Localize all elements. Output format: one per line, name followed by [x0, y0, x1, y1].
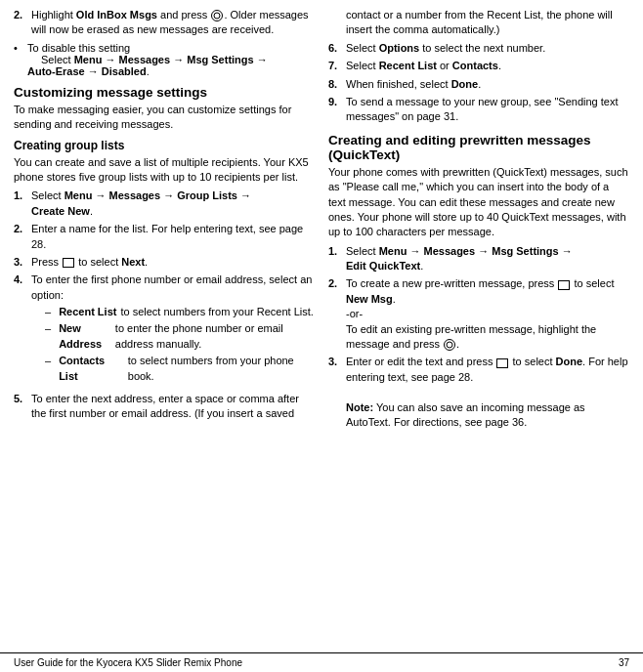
step-2-content: Highlight Old InBox Msgs and press . Old… [31, 8, 315, 38]
page: 2. Highlight Old InBox Msgs and press . … [0, 0, 643, 672]
main-content: 2. Highlight Old InBox Msgs and press . … [0, 0, 643, 652]
steps-list-left: 2. Highlight Old InBox Msgs and press . … [14, 8, 315, 38]
arrow-1: → [105, 54, 115, 65]
section-customize-intro: To make messaging easier, you can custom… [14, 103, 315, 133]
sub-new-address: New Address to enter the phone number or… [45, 321, 315, 352]
footer-left-text: User Guide for the Kyocera KX5 Slider Re… [14, 657, 242, 668]
section-group-intro: You can create and save a list of multip… [14, 155, 315, 186]
sub-contacts: Contacts List to select numbers from you… [45, 354, 315, 384]
qt3-note-label: Note: [346, 401, 373, 413]
sub-recent: Recent List to select numbers from your … [45, 305, 315, 319]
rs7-recent: Recent List [379, 60, 437, 71]
nav-key-icon-3 [63, 258, 74, 268]
right-step-7: 7. Select Recent List or Contacts. [328, 59, 629, 73]
nav-key-icon-qt2 [558, 280, 570, 290]
qt1-content: Select Menu → Messages → Msg Settings →E… [346, 244, 573, 274]
qt-step-2: 2. To create a new pre-written message, … [328, 276, 629, 352]
gs1-create-new: Create New [31, 205, 90, 217]
rs6-num: 6. [328, 41, 342, 56]
gs4-text: To enter the first phone number or email… [31, 273, 312, 300]
right-step-9: 9. To send a message to your new group, … [328, 95, 629, 125]
quicktext-steps-list: 1. Select Menu → Messages → Msg Settings… [328, 244, 629, 431]
bullet-disable-setting: • To disable this setting Select Menu → … [14, 42, 315, 77]
arrow-3: → [257, 54, 268, 65]
gs1-group-lists: Group Lists [177, 189, 237, 201]
group-steps-list: 1. Select Menu → Messages → Group Lists … [14, 189, 315, 388]
group-step-2-content: Enter a name for the list. For help ente… [31, 222, 315, 252]
section-group-title: Creating group lists [14, 139, 315, 152]
rs7-num: 7. [328, 59, 342, 73]
section-quicktext-title: Creating and editing prewritten messages… [328, 133, 629, 162]
sub-recent-bold: Recent List [59, 305, 116, 319]
qt1-num: 1. [328, 244, 342, 274]
left-column: 2. Highlight Old InBox Msgs and press . … [14, 8, 315, 388]
gs1-menu: Menu [64, 189, 93, 201]
qt2-num: 2. [328, 276, 342, 352]
gs3-next: Next [121, 256, 145, 268]
page-footer: User Guide for the Kyocera KX5 Slider Re… [0, 652, 643, 672]
bullet-disable-content: To disable this setting Select Menu → Me… [27, 42, 268, 77]
qt3-content: Enter or edit the text and press to sele… [346, 355, 629, 430]
rs7-content: Select Recent List or Contacts. [346, 59, 501, 73]
group-step-4-content: To enter the first phone number or email… [31, 273, 315, 388]
qt2-new-msg: New Msg [346, 293, 393, 305]
group-step-3-num: 3. [14, 255, 27, 270]
disabled-bold: Disabled [102, 65, 147, 77]
sub-new-bold: New Address [59, 321, 111, 352]
footer-page-number: 37 [619, 657, 629, 668]
auto-erase-bold: Auto-Erase [27, 65, 85, 77]
rs9-content: To send a message to your new group, see… [346, 95, 629, 125]
qt1-messages: Messages [424, 245, 476, 257]
msg-settings-bold: Msg Settings [187, 54, 253, 65]
gs1-messages: Messages [109, 189, 161, 201]
bullet-dot: • [14, 42, 23, 77]
bullet-disable-label: To disable this setting [27, 42, 130, 54]
bullet-disable-select: Select Menu → Messages → Msg Settings →A… [27, 54, 268, 77]
qt2-content: To create a new pre-written message, pre… [346, 276, 629, 352]
right-step-8: 8. When finished, select Done. [328, 77, 629, 92]
qt3-num: 3. [328, 355, 342, 430]
sub-contacts-bold: Contacts List [59, 354, 124, 384]
ok-button-icon [211, 10, 223, 21]
group-step-1-content: Select Menu → Messages → Group Lists →Cr… [31, 189, 251, 219]
rs9-num: 9. [328, 95, 342, 125]
rs6-options: Options [379, 42, 420, 54]
qt1-edit-quicktext: Edit QuickText [346, 260, 420, 272]
right-step-6: 6. Select Options to select the next num… [328, 41, 629, 56]
messages-bold: Messages [119, 54, 171, 65]
rs6-content: Select Options to select the next number… [346, 41, 545, 56]
step-2-number: 2. [14, 8, 27, 38]
group-step-3: 3. Press to select Next. [14, 255, 315, 270]
group-step-1: 1. Select Menu → Messages → Group Lists … [14, 189, 315, 219]
group-step-3-content: Press to select Next. [31, 255, 148, 270]
qt3-done: Done [556, 356, 583, 367]
group-step-2-num: 2. [14, 222, 27, 252]
group-step-4: 4. To enter the first phone number or em… [14, 273, 315, 388]
qt1-menu: Menu [379, 245, 407, 257]
step4-sub-list: Recent List to select numbers from your … [45, 305, 315, 384]
qt-step-1: 1. Select Menu → Messages → Msg Settings… [328, 244, 629, 274]
rs8-content: When finished, select Done. [346, 77, 481, 92]
rs8-num: 8. [328, 77, 342, 92]
qt-step-3: 3. Enter or edit the text and press to s… [328, 355, 629, 430]
ok-button-icon-qt2 [444, 339, 455, 351]
section-quicktext-intro: Your phone comes with prewritten (QuickT… [328, 165, 629, 240]
arrow-4: → [88, 65, 99, 77]
step-item-2: 2. Highlight Old InBox Msgs and press . … [14, 8, 315, 38]
arrow-2: → [173, 54, 184, 65]
rs8-done: Done [451, 78, 479, 90]
step-2-bold-oldinboxmsgs: Old InBox Msgs [76, 9, 157, 21]
step-2-text-before: Highlight Old InBox Msgs and press . Old… [31, 9, 309, 35]
qt2-or: -or- [346, 308, 363, 319]
group-step-2: 2. Enter a name for the list. For help e… [14, 222, 315, 252]
menu-bold: Menu [74, 54, 103, 65]
qt1-msg-settings: Msg Settings [492, 245, 558, 257]
nav-key-icon-qt3 [496, 358, 508, 368]
section-customize-title: Customizing message settings [14, 85, 315, 100]
group-step-4-num: 4. [14, 273, 27, 388]
rs7-contacts: Contacts [452, 60, 498, 71]
qt3-note: Note: You can also save an incoming mess… [346, 401, 585, 428]
group-step-1-num: 1. [14, 189, 27, 219]
